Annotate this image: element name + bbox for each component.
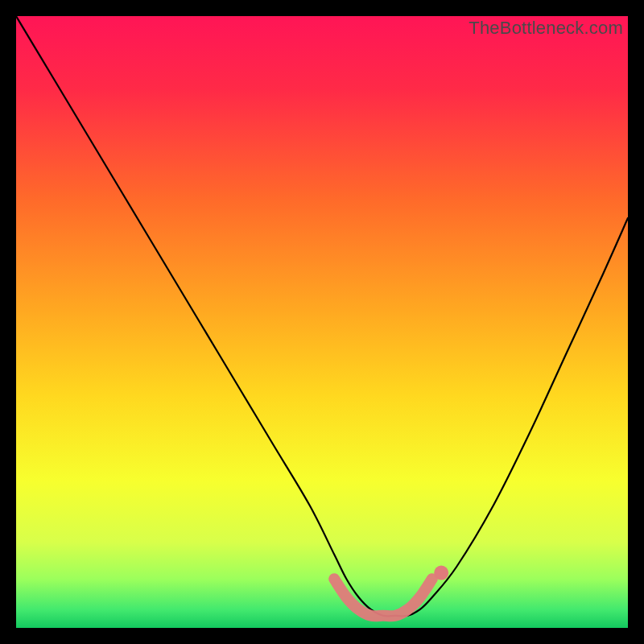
highlight-end-dot	[434, 566, 448, 580]
plot-area: TheBottleneck.com	[16, 16, 628, 628]
chart-frame: TheBottleneck.com	[0, 0, 644, 644]
watermark-text: TheBottleneck.com	[469, 18, 623, 39]
curve-layer	[16, 16, 628, 628]
bottleneck-curve	[16, 16, 628, 616]
